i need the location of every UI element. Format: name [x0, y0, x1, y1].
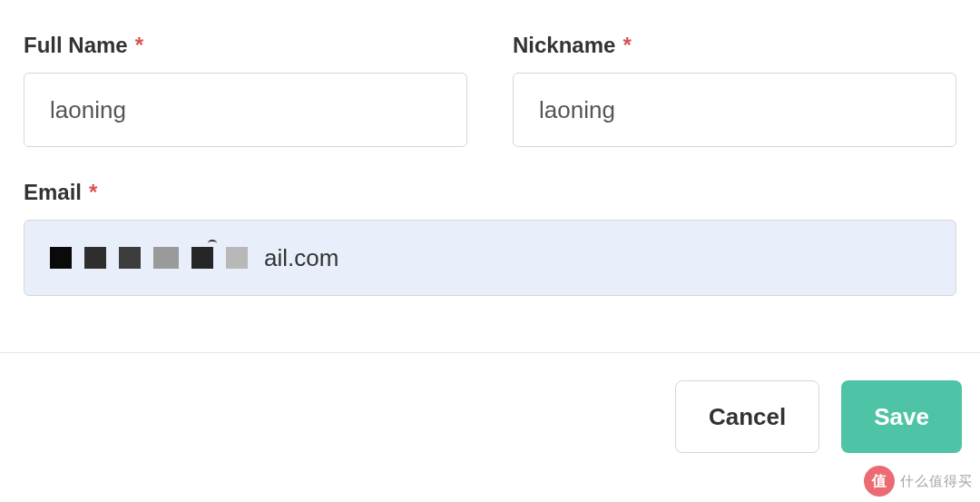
save-button[interactable]: Save — [841, 380, 962, 453]
redacted-block — [226, 247, 248, 269]
watermark-text: 什么值得买 — [900, 473, 973, 490]
required-asterisk: * — [135, 33, 143, 58]
email-group: Email * ail.com — [24, 180, 956, 296]
watermark: 值 什么值得买 — [864, 466, 973, 497]
nickname-input[interactable] — [513, 73, 956, 147]
email-label: Email * — [24, 180, 956, 205]
full-name-label-text: Full Name — [24, 33, 128, 58]
button-row: Cancel Save — [0, 353, 980, 453]
full-name-label: Full Name * — [24, 33, 467, 58]
nickname-group: Nickname * — [513, 33, 956, 147]
profile-form: Full Name * Nickname * Email * — [0, 0, 980, 296]
redacted-block — [84, 247, 106, 269]
redacted-block — [50, 247, 72, 269]
required-asterisk: * — [622, 33, 631, 58]
watermark-badge: 值 — [864, 466, 895, 497]
redacted-block — [191, 247, 213, 269]
cancel-button[interactable]: Cancel — [675, 380, 819, 453]
email-display[interactable]: ail.com — [24, 220, 956, 296]
email-suffix: ail.com — [264, 244, 338, 272]
redacted-block — [119, 247, 141, 269]
required-asterisk: * — [89, 180, 97, 205]
full-name-input[interactable] — [24, 73, 467, 147]
form-row-top: Full Name * Nickname * — [24, 33, 956, 147]
redacted-email-prefix — [50, 247, 248, 269]
email-label-text: Email — [24, 180, 82, 205]
nickname-label: Nickname * — [513, 33, 956, 58]
redacted-block — [153, 247, 179, 269]
nickname-label-text: Nickname — [513, 33, 615, 58]
full-name-group: Full Name * — [24, 33, 467, 147]
